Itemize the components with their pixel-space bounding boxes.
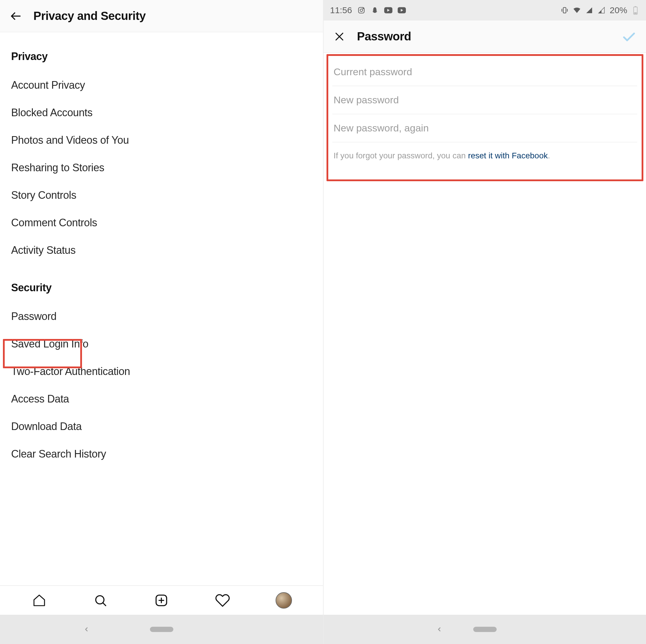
item-password[interactable]: Password — [11, 303, 312, 330]
current-password-field[interactable] — [332, 58, 637, 86]
youtube-status-icon — [384, 6, 393, 14]
reset-with-facebook-link[interactable]: reset it with Facebook — [468, 151, 548, 160]
item-two-factor-authentication[interactable]: Two-Factor Authentication — [11, 358, 312, 385]
back-arrow-icon[interactable] — [9, 9, 23, 23]
new-password-again-field[interactable] — [332, 114, 637, 142]
item-resharing-to-stories[interactable]: Resharing to Stories — [11, 154, 312, 181]
app-header: Password — [324, 20, 646, 53]
system-back-icon[interactable] — [82, 625, 91, 634]
system-nav-bar — [0, 615, 323, 644]
instagram-status-icon — [357, 6, 365, 14]
status-clock: 11:56 — [330, 5, 352, 15]
password-screen: 11:56 — [323, 0, 646, 644]
item-comment-controls[interactable]: Comment Controls — [11, 209, 312, 237]
signal-status-icon-2 — [598, 6, 606, 14]
item-saved-login-info[interactable]: Saved Login Info — [11, 330, 312, 358]
item-photos-videos-of-you[interactable]: Photos and Videos of You — [11, 126, 312, 154]
privacy-security-screen: Privacy and Security Privacy Account Pri… — [0, 0, 323, 644]
system-back-icon[interactable] — [435, 625, 444, 634]
item-activity-status[interactable]: Activity Status — [11, 237, 312, 264]
password-form: If you forgot your password, you can res… — [324, 53, 646, 615]
item-download-data[interactable]: Download Data — [11, 413, 312, 440]
system-nav-bar — [324, 615, 646, 644]
profile-avatar[interactable] — [276, 592, 292, 609]
item-story-controls[interactable]: Story Controls — [11, 181, 312, 209]
section-header-security: Security — [11, 282, 312, 294]
close-icon[interactable] — [332, 29, 346, 44]
wifi-status-icon — [573, 6, 581, 14]
new-password-field[interactable] — [332, 86, 637, 114]
helper-text: If you forgot your password, you can res… — [332, 142, 637, 160]
page-title: Privacy and Security — [33, 9, 146, 22]
item-access-data[interactable]: Access Data — [11, 385, 312, 413]
page-title: Password — [357, 30, 411, 43]
helper-suffix: . — [548, 151, 550, 160]
snapchat-status-icon — [371, 6, 379, 14]
system-home-pill[interactable] — [473, 627, 497, 632]
item-clear-search-history[interactable]: Clear Search History — [11, 440, 312, 468]
bottom-nav — [0, 586, 323, 615]
confirm-check-icon[interactable] — [621, 28, 637, 45]
item-blocked-accounts[interactable]: Blocked Accounts — [11, 99, 312, 126]
avatar-icon — [276, 592, 292, 609]
search-icon[interactable] — [92, 592, 109, 609]
settings-list: Privacy Account Privacy Blocked Accounts… — [0, 32, 323, 586]
svg-rect-13 — [563, 8, 566, 13]
item-account-privacy[interactable]: Account Privacy — [11, 72, 312, 99]
svg-rect-18 — [634, 13, 637, 14]
home-icon[interactable] — [31, 592, 47, 609]
activity-heart-icon[interactable] — [214, 592, 231, 609]
helper-prefix: If you forgot your password, you can — [334, 151, 468, 160]
youtube-status-icon-2 — [398, 6, 406, 14]
svg-point-7 — [360, 9, 363, 12]
svg-line-2 — [103, 603, 106, 606]
system-home-pill[interactable] — [150, 627, 173, 632]
svg-rect-17 — [635, 6, 636, 7]
new-post-icon[interactable] — [153, 592, 170, 609]
app-header: Privacy and Security — [0, 0, 323, 32]
battery-status-icon — [631, 6, 640, 14]
signal-status-icon — [585, 6, 593, 14]
battery-percent: 20% — [610, 5, 627, 15]
vibrate-status-icon — [560, 6, 569, 14]
status-bar: 11:56 — [324, 0, 646, 20]
svg-point-8 — [363, 8, 363, 9]
section-header-privacy: Privacy — [11, 50, 312, 62]
